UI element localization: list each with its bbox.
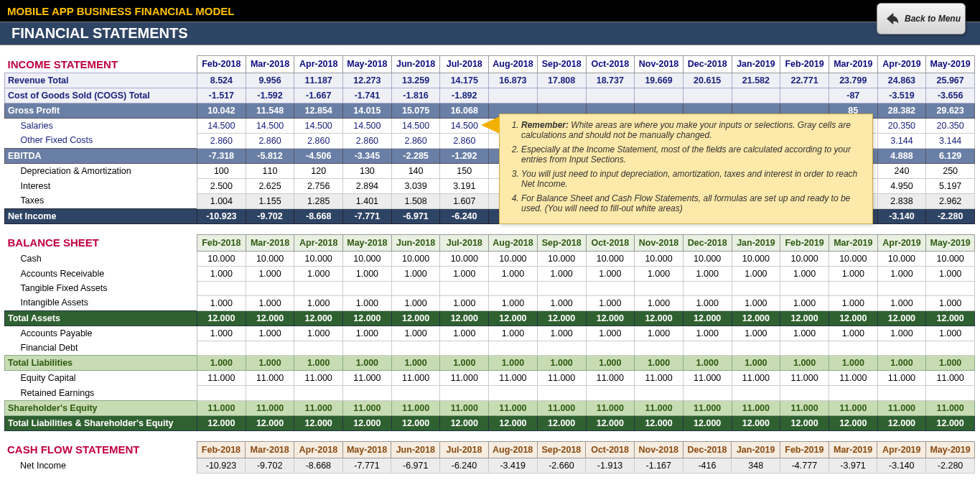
cell[interactable]: 1.000	[537, 356, 586, 371]
cell[interactable]: 19.669	[635, 73, 683, 88]
cell[interactable]: 1.000	[926, 326, 975, 341]
cell[interactable]: 12.000	[246, 310, 294, 326]
cell[interactable]: 25.967	[926, 73, 975, 88]
cell[interactable]: 10.000	[197, 251, 246, 266]
cell[interactable]: 24.863	[877, 73, 926, 88]
cell[interactable]: -1.816	[391, 88, 440, 103]
cell[interactable]: 1.000	[780, 356, 829, 371]
cell[interactable]: 1.000	[586, 266, 635, 281]
cell[interactable]	[586, 281, 635, 295]
cell[interactable]	[489, 341, 538, 356]
cell[interactable]: 1.000	[683, 356, 732, 371]
cell[interactable]: 12.000	[294, 415, 343, 430]
cell[interactable]	[829, 341, 877, 356]
cell[interactable]	[489, 386, 538, 401]
cell[interactable]: 11.000	[440, 371, 489, 386]
cell[interactable]: 1.000	[635, 266, 683, 281]
cell[interactable]: 1.000	[294, 356, 343, 371]
cell[interactable]: -1.517	[197, 88, 246, 103]
cell[interactable]: 1.155	[246, 193, 294, 208]
cell[interactable]: 1.000	[343, 266, 392, 281]
cell[interactable]: 12.000	[197, 310, 246, 326]
cell[interactable]: 12.000	[732, 310, 780, 326]
cell[interactable]: 11.000	[440, 400, 489, 415]
cell[interactable]: 12.000	[877, 310, 926, 326]
cell[interactable]: 1.000	[246, 356, 294, 371]
cell[interactable]: 14.500	[391, 118, 440, 133]
cell[interactable]: 11.000	[877, 400, 926, 415]
cell[interactable]: 1.000	[683, 326, 732, 341]
cell[interactable]	[732, 88, 780, 103]
cell[interactable]	[391, 281, 440, 295]
back-to-menu-button[interactable]: Back to Menu	[877, 3, 966, 34]
cell[interactable]: 10.042	[197, 103, 246, 118]
cell[interactable]: 10.000	[440, 251, 489, 266]
cell[interactable]: 10.000	[829, 251, 877, 266]
cell[interactable]: 11.000	[732, 371, 780, 386]
cell[interactable]: -1.167	[634, 458, 683, 473]
cell[interactable]: 12.000	[440, 415, 489, 430]
cell[interactable]: 16.873	[489, 73, 538, 88]
cell[interactable]: 3.144	[926, 133, 975, 148]
cell[interactable]: 100	[197, 163, 246, 178]
cell[interactable]: 8.524	[197, 73, 246, 88]
cell[interactable]: 12.000	[780, 415, 829, 430]
cell[interactable]: 1.000	[926, 295, 975, 310]
cell[interactable]: 4.950	[877, 178, 926, 193]
cell[interactable]: -7.771	[342, 458, 391, 473]
cell[interactable]	[440, 281, 489, 295]
cell[interactable]: 10.000	[489, 251, 538, 266]
cell[interactable]: 14.500	[246, 118, 294, 133]
cell[interactable]: -416	[683, 458, 732, 473]
cell[interactable]	[683, 281, 732, 295]
cell[interactable]	[294, 341, 343, 356]
cell[interactable]: 15.075	[391, 103, 440, 118]
cell[interactable]: 22.771	[780, 73, 829, 88]
cell[interactable]: 12.000	[440, 310, 489, 326]
cell[interactable]: 12.000	[780, 310, 829, 326]
cell[interactable]: 2.860	[440, 133, 489, 148]
cell[interactable]	[683, 88, 732, 103]
cell[interactable]: 12.000	[926, 310, 975, 326]
cell[interactable]: -6.240	[440, 208, 489, 223]
cell[interactable]: 11.187	[294, 73, 343, 88]
cell[interactable]: 2.860	[343, 133, 392, 148]
cell[interactable]: 11.000	[732, 400, 780, 415]
cell[interactable]: 1.000	[246, 326, 294, 341]
cell[interactable]: -1.892	[440, 88, 489, 103]
cell[interactable]: 12.000	[343, 310, 392, 326]
cell[interactable]: 11.000	[294, 371, 343, 386]
cell[interactable]: -8.668	[294, 208, 343, 223]
cell[interactable]	[732, 341, 780, 356]
cell[interactable]: 1.000	[829, 295, 877, 310]
cell[interactable]: -3.656	[926, 88, 975, 103]
cell[interactable]: 1.000	[489, 356, 538, 371]
cell[interactable]: 10.000	[635, 251, 683, 266]
cell[interactable]: 11.000	[246, 371, 294, 386]
cell[interactable]	[683, 341, 732, 356]
cell[interactable]	[537, 88, 586, 103]
cell[interactable]: 14.175	[440, 73, 489, 88]
cell[interactable]: -1.741	[343, 88, 392, 103]
cell[interactable]: 1.000	[586, 356, 635, 371]
cell[interactable]	[294, 281, 343, 295]
cell[interactable]: -10.923	[197, 208, 246, 223]
cell[interactable]	[732, 281, 780, 295]
cell[interactable]: 12.000	[635, 310, 683, 326]
cell[interactable]: -9.702	[246, 458, 294, 473]
cell[interactable]: 12.000	[246, 415, 294, 430]
cell[interactable]: 2.962	[926, 193, 975, 208]
cell[interactable]: 2.860	[391, 133, 440, 148]
cell[interactable]	[246, 386, 294, 401]
cell[interactable]: 11.000	[537, 400, 586, 415]
cell[interactable]: 20.350	[926, 118, 975, 133]
cell[interactable]: 1.000	[635, 295, 683, 310]
cell[interactable]: 1.004	[197, 193, 246, 208]
cell[interactable]	[197, 386, 246, 401]
cell[interactable]: 1.000	[440, 326, 489, 341]
cell[interactable]: 12.000	[829, 415, 877, 430]
cell[interactable]: 1.000	[537, 295, 586, 310]
cell[interactable]: 12.000	[537, 310, 586, 326]
cell[interactable]: 1.000	[683, 295, 732, 310]
cell[interactable]: 12.000	[294, 310, 343, 326]
